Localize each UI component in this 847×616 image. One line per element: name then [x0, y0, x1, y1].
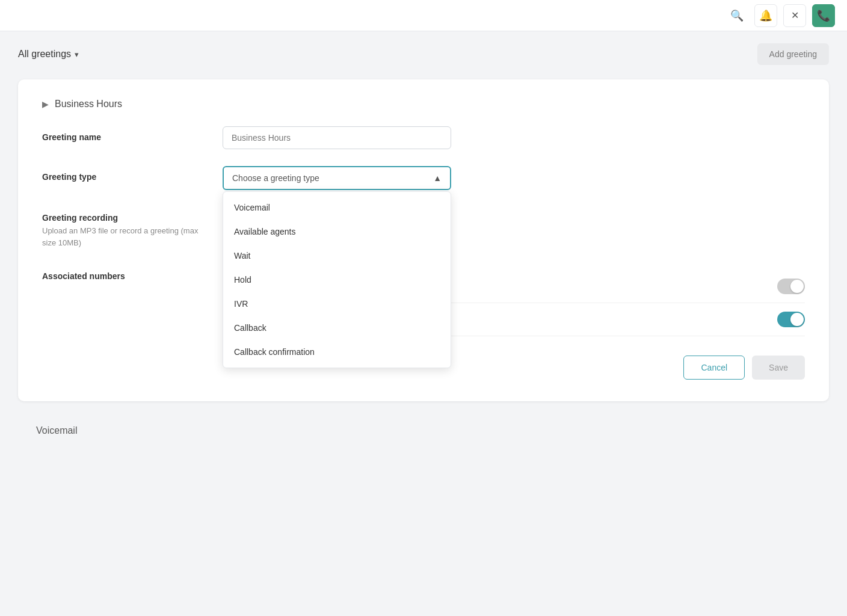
voicemail-section: Voicemail	[18, 413, 829, 448]
toggle-knob	[790, 313, 804, 326]
greeting-form-card: ▶ Business Hours Greeting name Business …	[18, 79, 829, 401]
greeting-type-control: Choose a greeting type ▲ Voicemail Avail…	[223, 166, 805, 190]
play-icon: ▶	[42, 99, 49, 109]
toggle-knob	[790, 280, 804, 293]
greeting-name-label: Greeting name	[42, 126, 223, 142]
greeting-type-select[interactable]: Choose a greeting type ▲	[223, 166, 451, 190]
save-button: Save	[752, 356, 805, 380]
associated-numbers-label: Associated numbers	[42, 265, 223, 281]
search-icon: 🔍	[730, 9, 744, 22]
dropdown-option-available-agents[interactable]: Available agents	[223, 220, 451, 244]
message-icon: ✕	[791, 10, 799, 21]
greeting-name-input[interactable]: Business Hours	[223, 126, 451, 149]
all-greetings-button[interactable]: All greetings ▾	[18, 49, 79, 60]
add-greeting-button[interactable]: Add greeting	[757, 43, 829, 65]
dropdown-option-hold[interactable]: Hold	[223, 268, 451, 292]
card-title-row: ▶ Business Hours	[42, 99, 805, 109]
bell-icon: 🔔	[759, 9, 772, 22]
cancel-button[interactable]: Cancel	[683, 356, 745, 380]
greeting-recording-label: Greeting recording Upload an MP3 file or…	[42, 207, 223, 248]
dropdown-option-callback-confirmation[interactable]: Callback confirmation	[223, 340, 451, 364]
greeting-type-row: Greeting type Choose a greeting type ▲ V…	[42, 166, 805, 190]
notifications-button[interactable]: 🔔	[754, 4, 777, 27]
search-button[interactable]: 🔍	[725, 4, 748, 27]
card-title: Business Hours	[55, 99, 122, 109]
dropdown-option-voicemail[interactable]: Voicemail	[223, 196, 451, 220]
page-content: All greetings ▾ Add greeting ▶ Business …	[0, 31, 847, 460]
greeting-name-control: Business Hours	[223, 126, 805, 149]
dropdown-option-callback[interactable]: Callback	[223, 316, 451, 340]
chevron-down-icon: ▾	[75, 50, 79, 59]
voicemail-title: Voicemail	[36, 425, 77, 436]
chevron-up-icon: ▲	[433, 173, 442, 183]
phone-button[interactable]: 📞	[812, 4, 835, 27]
greeting-name-row: Greeting name Business Hours	[42, 126, 805, 149]
greeting-type-label: Greeting type	[42, 166, 223, 182]
number-toggle[interactable]	[777, 312, 805, 327]
dropdown-option-ivr[interactable]: IVR	[223, 292, 451, 316]
all-greetings-label: All greetings	[18, 49, 71, 60]
page-header: All greetings ▾ Add greeting	[18, 43, 829, 65]
greeting-type-dropdown: Voicemail Available agents Wait Hold IVR…	[223, 191, 451, 368]
top-nav: 🔍 🔔 ✕ 📞	[0, 0, 847, 31]
dropdown-option-wait[interactable]: Wait	[223, 244, 451, 268]
number-toggle[interactable]	[777, 279, 805, 294]
phone-icon: 📞	[817, 9, 830, 22]
messages-button[interactable]: ✕	[783, 4, 806, 27]
greeting-type-placeholder: Choose a greeting type	[232, 173, 319, 183]
